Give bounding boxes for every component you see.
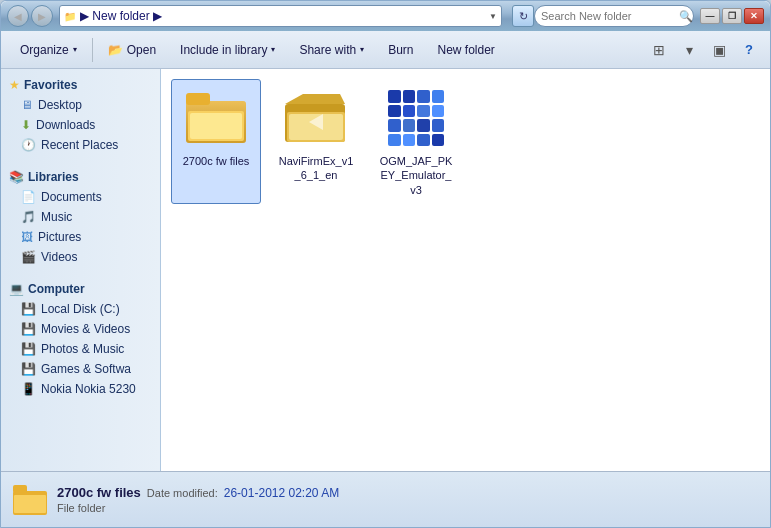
statusbar-type: File folder	[57, 502, 339, 514]
svg-rect-4	[190, 113, 242, 139]
photos-music-icon: 💾	[21, 342, 36, 356]
maximize-button[interactable]: ❐	[722, 8, 742, 24]
app-icon-wrapper	[384, 86, 448, 150]
view-toggle-button[interactable]: ⊞	[646, 37, 672, 63]
libraries-icon: 📚	[9, 170, 24, 184]
libraries-header[interactable]: 📚 Libraries	[1, 167, 160, 187]
back-button[interactable]: ◀	[7, 5, 29, 27]
search-box[interactable]: 🔍	[534, 5, 694, 27]
new-folder-button[interactable]: New folder	[427, 36, 506, 64]
folder-icon-wrapper-2	[284, 86, 348, 150]
view-dropdown-button[interactable]: ▾	[676, 37, 702, 63]
burn-button[interactable]: Burn	[377, 36, 424, 64]
sidebar-item-games[interactable]: 💾 Games & Softwa	[1, 359, 160, 379]
main-area: ★ Favorites 🖥 Desktop ⬇ Downloads 🕐 Rece…	[1, 69, 770, 471]
file-label-2700c: 2700c fw files	[183, 154, 250, 168]
search-input[interactable]	[541, 10, 679, 22]
sidebar-item-desktop[interactable]: 🖥 Desktop	[1, 95, 160, 115]
recent-places-icon: 🕐	[21, 138, 36, 152]
svg-rect-2	[186, 93, 210, 105]
file-item-navifirmex[interactable]: NaviFirmEx_v1_6_1_en	[271, 79, 361, 204]
sidebar-item-videos[interactable]: 🎬 Videos	[1, 247, 160, 267]
app-grid-icon	[388, 90, 444, 146]
new-folder-label: New folder	[438, 43, 495, 57]
svg-rect-8	[289, 114, 343, 140]
statusbar-item-name: 2700c fw files	[57, 485, 141, 500]
libraries-section: 📚 Libraries 📄 Documents 🎵 Music 🖼 Pictur…	[1, 161, 160, 273]
computer-section: 💻 Computer 💾 Local Disk (C:) 💾 Movies & …	[1, 273, 160, 405]
open-label: Open	[127, 43, 156, 57]
movies-drive-icon: 💾	[21, 322, 36, 336]
sidebar-item-recent[interactable]: 🕐 Recent Places	[1, 135, 160, 155]
toolbar-right: ⊞ ▾ ▣ ?	[646, 37, 762, 63]
favorites-section: ★ Favorites 🖥 Desktop ⬇ Downloads 🕐 Rece…	[1, 69, 160, 161]
share-with-button[interactable]: Share with ▾	[288, 36, 375, 64]
forward-button[interactable]: ▶	[31, 5, 53, 27]
svg-rect-11	[13, 485, 27, 493]
statusbar-date-value: 26-01-2012 02:20 AM	[224, 486, 339, 500]
share-with-label: Share with	[299, 43, 356, 57]
include-library-button[interactable]: Include in library ▾	[169, 36, 286, 64]
sidebar-item-nokia[interactable]: 📱 Nokia Nokia 5230	[1, 379, 160, 399]
minimize-button[interactable]: —	[700, 8, 720, 24]
file-item-2700c[interactable]: 2700c fw files	[171, 79, 261, 204]
sidebar-recent-label: Recent Places	[41, 138, 118, 152]
sidebar-photos-music-label: Photos & Music	[41, 342, 124, 356]
preview-pane-button[interactable]: ▣	[706, 37, 732, 63]
address-go-button[interactable]: ↻	[512, 5, 534, 27]
computer-header[interactable]: 💻 Computer	[1, 279, 160, 299]
sidebar-item-music[interactable]: 🎵 Music	[1, 207, 160, 227]
folder-icon: 📁	[64, 11, 76, 22]
explorer-window: ◀ ▶ 📁 ▶ New folder ▶ ▼ ↻ 🔍 — ❐ ✕ Organiz…	[0, 0, 771, 528]
titlebar: ◀ ▶ 📁 ▶ New folder ▶ ▼ ↻ 🔍 — ❐ ✕	[1, 1, 770, 31]
close-button[interactable]: ✕	[744, 8, 764, 24]
file-area[interactable]: 2700c fw files NaviFirmEx_v1_6_1_en	[161, 69, 770, 471]
address-dropdown-arrow[interactable]: ▼	[489, 12, 497, 21]
open-button[interactable]: 📂 Open	[97, 36, 167, 64]
svg-marker-6	[285, 94, 345, 104]
organize-arrow: ▾	[73, 45, 77, 54]
open-icon: 📂	[108, 43, 123, 57]
share-arrow: ▾	[360, 45, 364, 54]
sidebar-item-pictures[interactable]: 🖼 Pictures	[1, 227, 160, 247]
sidebar-music-label: Music	[41, 210, 72, 224]
sidebar-videos-label: Videos	[41, 250, 77, 264]
include-arrow: ▾	[271, 45, 275, 54]
sidebar-movies-label: Movies & Videos	[41, 322, 130, 336]
sidebar-item-downloads[interactable]: ⬇ Downloads	[1, 115, 160, 135]
pictures-icon: 🖼	[21, 230, 33, 244]
libraries-label: Libraries	[28, 170, 79, 184]
favorites-header[interactable]: ★ Favorites	[1, 75, 160, 95]
burn-label: Burn	[388, 43, 413, 57]
desktop-icon: 🖥	[21, 98, 33, 112]
sidebar-item-photos-music[interactable]: 💾 Photos & Music	[1, 339, 160, 359]
svg-rect-12	[14, 495, 46, 513]
window-controls: — ❐ ✕	[700, 8, 764, 24]
address-text: ▶ New folder ▶	[80, 9, 489, 23]
favorites-icon: ★	[9, 78, 20, 92]
sidebar-documents-label: Documents	[41, 190, 102, 204]
sidebar-item-local-disk[interactable]: 💾 Local Disk (C:)	[1, 299, 160, 319]
videos-icon: 🎬	[21, 250, 36, 264]
file-label-ogmjaf: OGM_JAF_PKEY_Emulator_v3	[378, 154, 454, 197]
statusbar-folder-icon	[13, 485, 47, 515]
sidebar-desktop-label: Desktop	[38, 98, 82, 112]
file-item-ogmjaf[interactable]: OGM_JAF_PKEY_Emulator_v3	[371, 79, 461, 204]
nokia-icon: 📱	[21, 382, 36, 396]
sidebar-item-documents[interactable]: 📄 Documents	[1, 187, 160, 207]
toolbar: Organize ▾ 📂 Open Include in library ▾ S…	[1, 31, 770, 69]
downloads-icon: ⬇	[21, 118, 31, 132]
computer-label: Computer	[28, 282, 85, 296]
organize-button[interactable]: Organize ▾	[9, 36, 88, 64]
search-icon[interactable]: 🔍	[679, 10, 693, 23]
games-icon: 💾	[21, 362, 36, 376]
include-library-label: Include in library	[180, 43, 267, 57]
statusbar: 2700c fw files Date modified: 26-01-2012…	[1, 471, 770, 527]
sidebar-item-movies[interactable]: 💾 Movies & Videos	[1, 319, 160, 339]
statusbar-info: 2700c fw files Date modified: 26-01-2012…	[57, 485, 339, 514]
statusbar-date-label: Date modified:	[147, 487, 218, 499]
help-button[interactable]: ?	[736, 37, 762, 63]
sidebar: ★ Favorites 🖥 Desktop ⬇ Downloads 🕐 Rece…	[1, 69, 161, 471]
address-bar[interactable]: 📁 ▶ New folder ▶ ▼	[59, 5, 502, 27]
sidebar-games-label: Games & Softwa	[41, 362, 131, 376]
